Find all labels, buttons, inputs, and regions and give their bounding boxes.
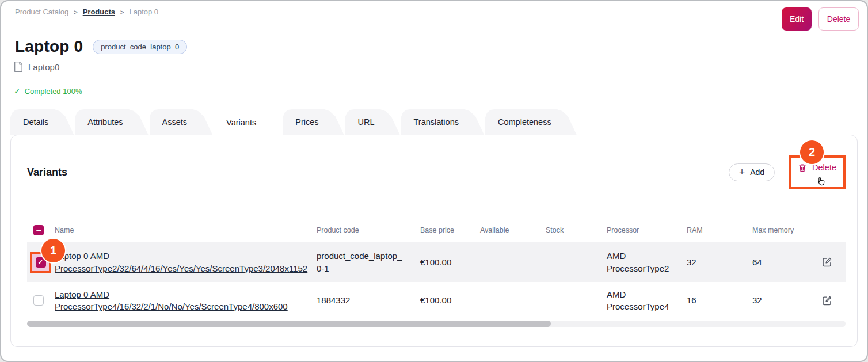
product-code-badge: product_code_laptop_0	[93, 40, 187, 54]
page-actions: Edit Delete	[782, 7, 859, 31]
breadcrumb-product-catalog: Product Catalog	[15, 7, 68, 16]
table-header-row: Name Product code Base price Available S…	[27, 220, 846, 240]
edit-button[interactable]: Edit	[782, 7, 812, 31]
tab-prices[interactable]: Prices	[283, 109, 344, 135]
breadcrumb-separator: >	[120, 9, 124, 16]
trash-icon	[798, 163, 807, 173]
annotation-step1-highlight-box: 1 ✓	[30, 252, 51, 273]
app-window: Product Catalog > Products > Laptop 0 Ed…	[0, 0, 868, 362]
breadcrumb-products-link[interactable]: Products	[83, 7, 115, 16]
page-title: Laptop 0	[15, 37, 83, 56]
variant-ram: 16	[687, 294, 752, 306]
tab-translations[interactable]: Translations	[401, 109, 484, 135]
variant-base-price: €100.00	[420, 294, 480, 306]
row1-checkbox-cell: 1 ✓	[27, 242, 55, 282]
variant-base-price: €100.00	[420, 256, 480, 268]
annotation-step2-highlight-box: 2 Delete	[789, 155, 846, 189]
variants-panel: Variants + Add 2 Delete	[10, 135, 858, 347]
variant-product-code: 1884332	[317, 294, 420, 306]
variant-ram: 32	[687, 256, 752, 268]
document-icon	[13, 61, 23, 73]
add-variant-button[interactable]: + Add	[729, 163, 775, 181]
breadcrumb-current-page: Laptop 0	[129, 7, 158, 16]
variant-processor: AMD ProcessorType4	[607, 288, 687, 313]
tab-url[interactable]: URL	[345, 109, 400, 135]
breadcrumb: Product Catalog > Products > Laptop 0	[15, 7, 158, 16]
plus-icon: +	[739, 167, 745, 177]
delete-product-button[interactable]: Delete	[818, 7, 859, 31]
tab-assets[interactable]: Assets	[150, 109, 213, 135]
variant-name-link[interactable]: Laptop 0 AMD ProcessorType2/32/64/4/16/Y…	[55, 251, 307, 273]
table-row: Laptop 0 AMD ProcessorType4/16/32/2/1/No…	[27, 282, 846, 319]
add-variant-label: Add	[750, 167, 764, 177]
product-subtitle: Laptop0	[28, 62, 59, 72]
edit-variant-icon[interactable]	[821, 257, 846, 268]
annotation-step1-badge: 1	[41, 239, 65, 262]
table-row: 1 ✓ Laptop 0 AMD ProcessorType2/32/64/4/…	[27, 242, 846, 282]
checkmark-icon: ✓	[14, 86, 21, 96]
column-header-stock: Stock	[546, 226, 607, 234]
panel-divider	[27, 189, 846, 189]
completeness-status: ✓ Completed 100%	[14, 86, 82, 96]
variants-table: Name Product code Base price Available S…	[27, 220, 846, 327]
tab-variants[interactable]: Variants	[214, 109, 281, 136]
column-header-ram: RAM	[687, 226, 752, 234]
annotation-step2-badge: 2	[800, 140, 824, 164]
tab-bar: Details Attributes Assets Variants Price…	[10, 109, 578, 136]
column-header-processor: Processor	[607, 226, 687, 234]
table-bottom-divider	[27, 319, 846, 319]
variant-max-memory: 32	[752, 294, 821, 306]
completeness-label: Completed 100%	[25, 87, 82, 96]
variant-max-memory: 64	[752, 256, 821, 268]
column-header-max-memory: Max memory	[752, 226, 821, 234]
column-header-base-price: Base price	[420, 226, 480, 234]
delete-variants-label: Delete	[812, 163, 836, 172]
delete-variants-button[interactable]: Delete	[798, 163, 836, 173]
title-row: Laptop 0 product_code_laptop_0	[15, 37, 187, 56]
variant-name-link[interactable]: Laptop 0 AMD ProcessorType4/16/32/2/1/No…	[55, 289, 288, 311]
row2-checkbox-cell	[27, 282, 55, 319]
variants-actions: + Add 2 Delete	[729, 155, 846, 189]
tab-completeness[interactable]: Completeness	[485, 109, 577, 135]
column-header-available: Available	[480, 226, 546, 234]
header-checkbox-cell	[27, 220, 55, 240]
variant-product-code: product_code_laptop_0-1	[317, 250, 420, 275]
horizontal-scrollbar-track	[27, 321, 846, 327]
variant-processor: AMD ProcessorType2	[607, 250, 687, 275]
select-all-checkbox[interactable]	[33, 225, 44, 235]
mouse-cursor-icon	[815, 176, 827, 188]
edit-variant-icon[interactable]	[821, 295, 846, 306]
horizontal-scrollbar-thumb[interactable]	[27, 321, 551, 327]
subtitle-row: Laptop0	[13, 61, 59, 73]
variants-panel-header: Variants + Add 2 Delete	[27, 159, 846, 185]
tab-details[interactable]: Details	[10, 109, 74, 135]
breadcrumb-separator: >	[74, 9, 77, 16]
column-header-name: Name	[55, 226, 317, 234]
tab-attributes[interactable]: Attributes	[75, 109, 148, 135]
column-header-product-code: Product code	[317, 226, 420, 234]
variants-title: Variants	[27, 166, 67, 178]
row2-checkbox[interactable]	[33, 295, 44, 306]
